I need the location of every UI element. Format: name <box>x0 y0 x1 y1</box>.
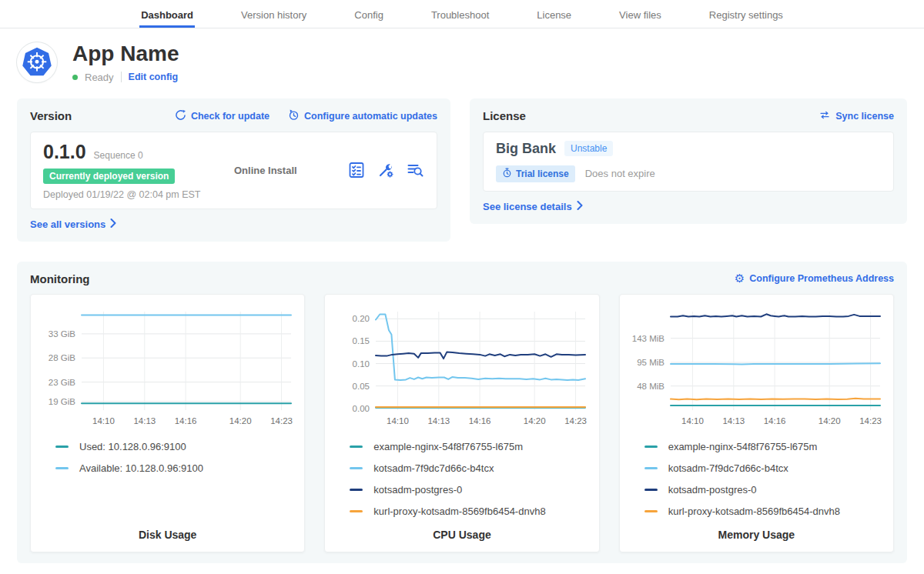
tab-version-history[interactable]: Version history <box>239 2 308 28</box>
tab-license[interactable]: License <box>535 2 573 28</box>
legend-label: kurl-proxy-kotsadm-8569fb6454-dnvh8 <box>668 506 840 517</box>
legend-swatch <box>55 446 69 448</box>
memory-usage-legend: example-nginx-54f8f76755-l675mkotsadm-7f… <box>644 441 886 517</box>
app-header: App Name Ready Edit config <box>17 42 907 83</box>
license-card-title: License <box>483 109 526 122</box>
version-action-icons <box>347 161 424 179</box>
legend-swatch <box>644 467 658 469</box>
svg-text:0.10: 0.10 <box>353 359 370 368</box>
legend-label: kotsadm-7f9dc7d66c-b4tcx <box>373 462 494 474</box>
configure-prometheus-link[interactable]: ⚙ Configure Prometheus Address <box>735 273 894 285</box>
divider <box>121 72 122 82</box>
status-dot <box>72 75 78 80</box>
see-all-versions-link[interactable]: See all versions <box>30 219 116 230</box>
svg-text:48 MiB: 48 MiB <box>637 381 665 390</box>
status-text: Ready <box>85 72 114 83</box>
disk-usage-chart-card: 19 GiB23 GiB28 GiB33 GiB14:1014:1314:161… <box>30 294 305 552</box>
svg-text:23 GiB: 23 GiB <box>49 377 75 386</box>
legend-label: kurl-proxy-kotsadm-8569fb6454-dnvh8 <box>373 506 545 517</box>
svg-text:95 MiB: 95 MiB <box>637 358 665 367</box>
svg-text:19 GiB: 19 GiB <box>49 396 75 405</box>
legend-item: Available: 10.128.0.96:9100 <box>55 462 296 474</box>
tab-registry-settings[interactable]: Registry settings <box>708 2 785 28</box>
check-for-update-link[interactable]: Check for update <box>175 109 270 123</box>
legend-label: kotsadm-7f9dc7d66c-b4tcx <box>668 462 788 474</box>
legend-label: kotsadm-postgres-0 <box>668 484 757 496</box>
svg-text:0.20: 0.20 <box>353 314 370 323</box>
preflight-checks-icon[interactable] <box>347 161 366 179</box>
disk-usage-plot: 19 GiB23 GiB28 GiB33 GiB14:1014:1314:161… <box>38 304 296 432</box>
tab-config[interactable]: Config <box>353 2 385 28</box>
chart-title: CPU Usage <box>333 529 591 542</box>
svg-text:14:16: 14:16 <box>469 416 491 425</box>
license-card: License Sync license Big Bank Unstable <box>470 98 907 224</box>
install-type-label: Online Install <box>234 165 347 176</box>
tab-view-files[interactable]: View files <box>618 2 663 28</box>
edit-config-link[interactable]: Edit config <box>129 72 179 82</box>
svg-text:14:13: 14:13 <box>428 416 450 425</box>
svg-text:14:23: 14:23 <box>565 416 588 425</box>
deployed-timestamp: Deployed 01/19/22 @ 02:04 pm EST <box>43 189 234 200</box>
memory-usage-chart-card: 48 MiB95 MiB143 MiB14:1014:1314:1614:201… <box>619 294 894 552</box>
top-nav: Dashboard Version history Config Trouble… <box>0 0 924 28</box>
chevron-right-icon <box>577 201 583 212</box>
kubernetes-logo-icon <box>17 42 57 82</box>
legend-item: kotsadm-postgres-0 <box>350 484 591 496</box>
svg-text:14:20: 14:20 <box>818 416 840 425</box>
version-card-title: Version <box>30 109 72 122</box>
legend-label: Available: 10.128.0.96:9100 <box>79 462 203 474</box>
view-logs-icon[interactable] <box>406 161 424 179</box>
svg-text:14:20: 14:20 <box>524 416 546 425</box>
svg-text:14:23: 14:23 <box>270 416 293 425</box>
monitoring-header: Monitoring ⚙ Configure Prometheus Addres… <box>30 272 894 285</box>
expiry-label: Does not expire <box>585 168 655 179</box>
sync-arrows-icon <box>819 109 831 123</box>
disk-usage-legend: Used: 10.128.0.96:9100Available: 10.128.… <box>55 441 296 474</box>
legend-swatch <box>644 510 658 512</box>
config-wrench-icon[interactable] <box>377 161 395 179</box>
legend-label: example-nginx-54f8f76755-l675m <box>373 441 523 452</box>
sync-license-link[interactable]: Sync license <box>819 109 894 123</box>
app-title-block: App Name Ready Edit config <box>72 42 179 83</box>
svg-text:0.05: 0.05 <box>353 381 370 390</box>
refresh-icon <box>175 109 186 123</box>
svg-text:14:10: 14:10 <box>387 416 409 425</box>
legend-label: example-nginx-54f8f76755-l675m <box>668 441 818 452</box>
legend-swatch <box>350 467 363 469</box>
legend-item: kotsadm-7f9dc7d66c-b4tcx <box>644 462 886 474</box>
gear-icon: ⚙ <box>735 273 745 285</box>
version-number: 0.1.0 <box>43 141 86 163</box>
license-type-row: Trial license Does not expire <box>496 165 881 182</box>
summary-cards-row: Version Check for update Configure autom… <box>17 98 907 242</box>
chart-title: Disk Usage <box>38 529 296 542</box>
version-card-header: Version Check for update Configure autom… <box>30 109 437 123</box>
legend-swatch <box>350 510 363 512</box>
channel-badge: Unstable <box>564 141 613 156</box>
stopwatch-icon <box>502 168 512 180</box>
svg-text:14:20: 14:20 <box>229 416 252 425</box>
memory-usage-plot: 48 MiB95 MiB143 MiB14:1014:1314:1614:201… <box>628 304 886 432</box>
monitoring-section: Monitoring ⚙ Configure Prometheus Addres… <box>17 262 907 563</box>
monitoring-title: Monitoring <box>30 272 89 285</box>
dashboard-page: App Name Ready Edit config Version Check <box>0 42 924 563</box>
cpu-usage-plot: 0.000.050.100.150.2014:1014:1314:1614:20… <box>333 304 591 432</box>
legend-swatch <box>350 489 363 491</box>
svg-text:14:16: 14:16 <box>175 416 197 425</box>
see-license-details-link[interactable]: See license details <box>483 201 583 212</box>
license-panel: Big Bank Unstable Trial license Does not… <box>483 132 894 192</box>
configure-automatic-updates-link[interactable]: Configure automatic updates <box>288 109 437 123</box>
tab-troubleshoot[interactable]: Troubleshoot <box>430 2 490 28</box>
page-title: App Name <box>72 42 179 66</box>
tab-dashboard[interactable]: Dashboard <box>139 2 195 28</box>
charts-row: 19 GiB23 GiB28 GiB33 GiB14:1014:1314:161… <box>30 294 894 552</box>
svg-text:143 MiB: 143 MiB <box>631 333 665 342</box>
deployed-badge: Currently deployed version <box>43 169 175 184</box>
license-card-header: License Sync license <box>483 109 894 123</box>
legend-item: kurl-proxy-kotsadm-8569fb6454-dnvh8 <box>644 506 886 517</box>
app-status-row: Ready Edit config <box>72 72 179 83</box>
clock-refresh-icon <box>288 109 300 123</box>
sequence-label: Sequence 0 <box>94 150 143 161</box>
svg-text:0.00: 0.00 <box>353 403 370 412</box>
svg-text:28 GiB: 28 GiB <box>49 353 75 362</box>
tab-bar: Dashboard Version history Config Trouble… <box>139 0 785 28</box>
